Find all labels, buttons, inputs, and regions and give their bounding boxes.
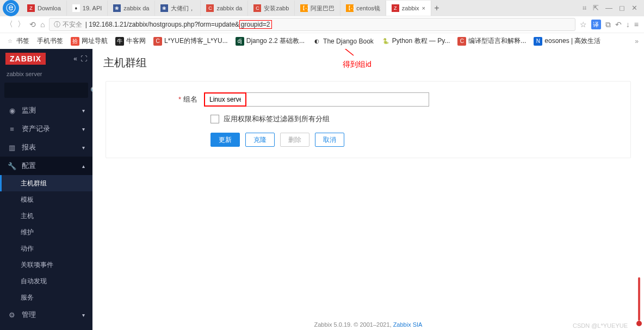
annotation-arrow (321, 49, 364, 61)
svg-line-0 (326, 49, 354, 55)
nav-sub-item[interactable]: 主机 (0, 208, 92, 224)
clone-button[interactable]: 克隆 (245, 133, 275, 147)
back-button[interactable]: 〈 (5, 20, 13, 29)
browser-tab[interactable]: 【-】阿里巴巴 (295, 1, 340, 16)
watermark: CSDN @L*YUEYUE (573, 322, 628, 329)
undo-icon[interactable]: ↶ (615, 20, 622, 29)
form-panel: *组名 应用权限和标签过滤器到所有分组 更新 克隆 删除 取消 (106, 81, 631, 158)
apply-permissions-checkbox[interactable] (210, 115, 219, 123)
tab-bar: ⓔ ZDownloa♦19. API❀zabbix da❀大佬们，Czabbix… (0, 0, 644, 16)
url-highlight: groupid=2 (239, 20, 272, 29)
url-text: 192.168.1.21/zabbix/hostgroups.php?form=… (89, 21, 239, 28)
nav-sub-item[interactable]: 自动发现 (0, 273, 92, 289)
home-button[interactable]: ⌂ (40, 20, 45, 29)
browser-tab[interactable]: ♦19. API (67, 1, 108, 16)
downloads-icon[interactable]: ↓ (626, 20, 630, 29)
reload-button[interactable]: ⟲ (29, 20, 36, 29)
browser-tab[interactable]: ZDownloa (22, 1, 67, 16)
nav-sub-item[interactable]: 维护 (0, 224, 92, 240)
sidebar-search[interactable]: 🔍 (4, 83, 88, 98)
browser-chrome: ⓔ ZDownloa♦19. API❀zabbix da❀大佬们，Czabbix… (0, 0, 644, 33)
bookmarks-overflow[interactable]: » (635, 38, 639, 45)
nav-item[interactable]: ⚙管理▾ (0, 306, 92, 324)
browser-app-icon[interactable]: ⓔ (3, 0, 19, 16)
name-label: *组名 (122, 95, 204, 104)
nav-item[interactable]: 🔧配置▴ (0, 157, 92, 175)
footer: Zabbix 5.0.19. © 2001–2021, Zabbix SIA (92, 321, 644, 328)
address-bar: 〈 〉 ⟲ ⌂ ⓘ 不安全 | 192.168.1.21/zabbix/host… (0, 16, 644, 33)
collapse-sidebar-icon[interactable]: « (73, 55, 77, 63)
bookmarks-bar: ☆书签手机书签拾网址导航牛牛客网CL*YUE的博客_L*YU...djDjang… (0, 33, 644, 49)
download-icon[interactable]: ⇱ (593, 4, 599, 13)
server-name: zabbix server (0, 69, 92, 83)
nav-item[interactable]: ≡资产记录▾ (0, 120, 92, 138)
checkbox-label: 应用权限和标签过滤器到所有分组 (224, 114, 330, 124)
update-button[interactable]: 更新 (210, 133, 240, 147)
content-area: 主机群组 得到组id *组名 应用权限和标签过滤器到所有分组 更新 克隆 删除 … (92, 49, 644, 330)
window-controls: ⌗ ⇱ — ◻ ✕ (583, 4, 644, 13)
favorite-icon[interactable]: ☆ (580, 20, 587, 29)
group-name-input[interactable] (206, 94, 244, 105)
delete-button: 删除 (280, 133, 309, 147)
nav-sub-item[interactable]: 模板 (0, 191, 92, 208)
bookmark-item[interactable]: CL*YUE的博客_L*YU... (153, 36, 228, 46)
bookmark-item[interactable]: 手机书签 (37, 36, 63, 46)
browser-tab[interactable]: Zzabbix× (386, 1, 431, 16)
thermometer-widget (636, 277, 642, 326)
browser-tab[interactable]: 【-】centos镜 (340, 1, 386, 16)
maximize-icon[interactable]: ◻ (619, 4, 625, 13)
nav-sub-item[interactable]: 关联项事件 (0, 257, 92, 273)
nav-sub-item[interactable]: 主机群组 (0, 175, 92, 191)
bookmark-item[interactable]: Neosones | 高效生活 (534, 36, 600, 46)
browser-tab[interactable]: C安装zabb (248, 1, 295, 16)
browser-tab[interactable]: ❀zabbix da (108, 1, 155, 16)
bookmark-item[interactable]: 🐍Python 教程 — Py... (381, 36, 450, 46)
close-window-icon[interactable]: ✕ (631, 4, 637, 13)
tab-close-icon[interactable]: × (422, 5, 425, 11)
new-tab-button[interactable]: + (431, 3, 442, 13)
sidebar-search-input[interactable] (9, 86, 90, 94)
translate-icon[interactable]: 译 (591, 20, 601, 29)
screenshot-icon[interactable]: ⌗ (583, 4, 586, 13)
nav-sub-item[interactable]: 服务 (0, 289, 92, 306)
forward-button[interactable]: 〉 (17, 20, 25, 29)
bookmark-item[interactable]: 牛牛客网 (115, 36, 146, 46)
browser-tab[interactable]: Czabbix da (201, 1, 248, 16)
fullscreen-icon[interactable]: ⛶ (81, 55, 87, 63)
insecure-label: ⓘ 不安全 (54, 20, 82, 29)
nav-sub-item[interactable]: 动作 (0, 240, 92, 257)
zabbix-logo[interactable]: ZABBIX (5, 53, 46, 65)
bookmark-item[interactable]: ☆书签 (5, 36, 29, 46)
group-name-input-ext[interactable] (246, 92, 429, 107)
url-input[interactable]: ⓘ 不安全 | 192.168.1.21/zabbix/hostgroups.p… (49, 18, 575, 31)
nav-item[interactable]: ◉监测▾ (0, 101, 92, 120)
bookmark-item[interactable]: ◐The Django Book (312, 37, 374, 46)
minimize-icon[interactable]: — (605, 4, 612, 13)
sidebar: ZABBIX « ⛶ zabbix server 🔍 ◉监测▾≡资产记录▾▥报表… (0, 49, 92, 330)
cancel-button[interactable]: 取消 (315, 133, 344, 147)
browser-tab[interactable]: ❀大佬们， (155, 1, 201, 16)
footer-link[interactable]: Zabbix SIA (393, 321, 423, 328)
nav-item[interactable]: ▥报表▾ (0, 138, 92, 157)
bookmark-item[interactable]: C编译型语言和解释... (457, 36, 526, 46)
extensions-icon[interactable]: ⧉ (605, 20, 611, 29)
menu-icon[interactable]: ≡ (634, 20, 639, 29)
annotation-text: 得到组id (343, 60, 371, 70)
bookmark-item[interactable]: 拾网址导航 (71, 36, 108, 46)
bookmark-item[interactable]: djDjango 2.2 基础教... (236, 36, 305, 46)
